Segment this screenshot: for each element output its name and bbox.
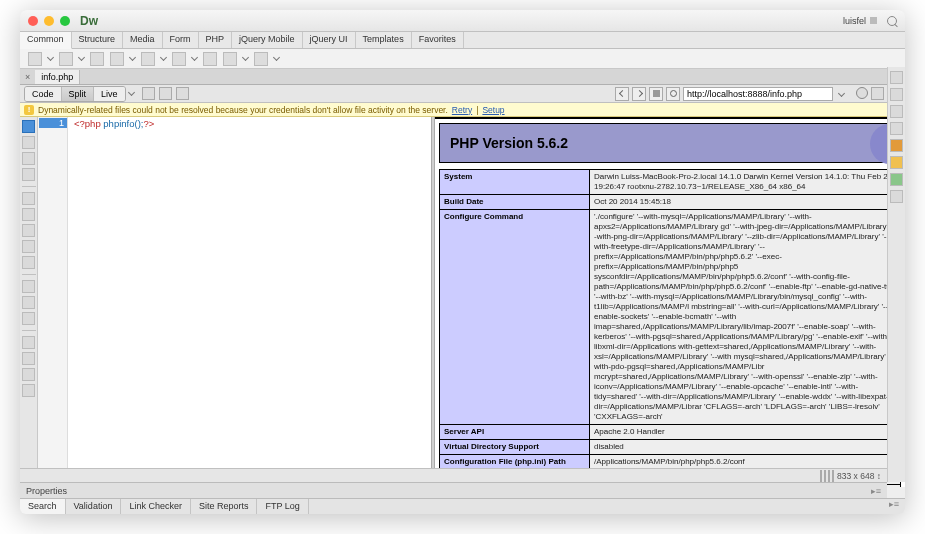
document-tab[interactable]: info.php bbox=[35, 70, 80, 84]
device-icon[interactable] bbox=[820, 470, 822, 482]
panel-icon[interactable] bbox=[890, 173, 903, 186]
tool-icon[interactable] bbox=[22, 384, 35, 397]
device-icon[interactable] bbox=[832, 470, 834, 482]
insert-item-icon[interactable] bbox=[172, 52, 186, 66]
insert-tab-favorites[interactable]: Favorites bbox=[412, 32, 464, 48]
address-bar[interactable]: http://localhost:8888/info.php bbox=[683, 87, 833, 101]
insert-tab-templates[interactable]: Templates bbox=[356, 32, 412, 48]
expand-icon[interactable]: ▸≡ bbox=[871, 486, 881, 496]
tool-icon[interactable] bbox=[22, 168, 35, 181]
tool-icon[interactable] bbox=[22, 208, 35, 221]
tool-icon[interactable] bbox=[22, 296, 35, 309]
line-number: 1 bbox=[39, 118, 67, 128]
tool-icon[interactable] bbox=[22, 368, 35, 381]
toolbar-icon[interactable] bbox=[142, 87, 155, 100]
window-titlebar: Dw luisfel bbox=[20, 10, 905, 32]
bottom-tab-ftp-log[interactable]: FTP Log bbox=[257, 499, 308, 514]
toolbar-icon[interactable] bbox=[871, 87, 884, 100]
insert-tab-media[interactable]: Media bbox=[123, 32, 163, 48]
code-editor[interactable]: 1 <?php phpinfo();?> bbox=[38, 117, 431, 487]
code-toolbar bbox=[20, 117, 38, 487]
view-live-button[interactable]: Live bbox=[94, 87, 125, 101]
dropdown-icon[interactable] bbox=[838, 90, 845, 97]
phpinfo-key: Build Date bbox=[440, 195, 590, 210]
tool-icon[interactable] bbox=[22, 352, 35, 365]
table-row: Build DateOct 20 2014 15:45:18 bbox=[440, 195, 901, 210]
dropdown-icon[interactable] bbox=[128, 89, 135, 96]
dropdown-icon[interactable] bbox=[78, 54, 85, 61]
results-panel-tabs: Search Validation Link Checker Site Repo… bbox=[20, 498, 905, 514]
retry-link[interactable]: Retry bbox=[452, 105, 472, 115]
tool-icon[interactable] bbox=[22, 152, 35, 165]
panel-icon[interactable] bbox=[890, 156, 903, 169]
toolbar-icon[interactable] bbox=[176, 87, 189, 100]
bottom-tab-site-reports[interactable]: Site Reports bbox=[191, 499, 258, 514]
tool-icon[interactable] bbox=[22, 224, 35, 237]
view-code-button[interactable]: Code bbox=[25, 87, 62, 101]
panel-icon[interactable] bbox=[890, 190, 903, 203]
live-preview[interactable]: PHP Version 5.6.2 SystemDarwin Luiss-Mac… bbox=[435, 117, 905, 487]
view-split-button[interactable]: Split bbox=[62, 87, 95, 101]
dropdown-icon[interactable] bbox=[47, 54, 54, 61]
status-bar: 833 x 648 ↕ bbox=[20, 468, 887, 482]
phpinfo-value: Apache 2.0 Handler bbox=[590, 425, 901, 440]
nav-forward-button[interactable] bbox=[632, 87, 646, 101]
insert-tab-php[interactable]: PHP bbox=[199, 32, 233, 48]
panel-icon[interactable] bbox=[890, 122, 903, 135]
nav-refresh-button[interactable] bbox=[666, 87, 680, 101]
tool-icon[interactable] bbox=[22, 240, 35, 253]
insert-item-icon[interactable] bbox=[110, 52, 124, 66]
dropdown-icon[interactable] bbox=[273, 54, 280, 61]
tool-icon[interactable] bbox=[22, 136, 35, 149]
dropdown-icon[interactable] bbox=[160, 54, 167, 61]
tool-icon[interactable] bbox=[22, 120, 35, 133]
insert-item-icon[interactable] bbox=[90, 52, 104, 66]
insert-item-icon[interactable] bbox=[59, 52, 73, 66]
expand-icon[interactable]: ▸≡ bbox=[883, 499, 905, 514]
insert-item-icon[interactable] bbox=[223, 52, 237, 66]
panel-icon[interactable] bbox=[890, 105, 903, 118]
minimize-window-button[interactable] bbox=[44, 16, 54, 26]
close-tab-button[interactable]: × bbox=[20, 70, 35, 84]
dropdown-icon[interactable] bbox=[129, 54, 136, 61]
insert-item-icon[interactable] bbox=[254, 52, 268, 66]
document-tabs: × info.php ▾ bbox=[20, 69, 905, 85]
panel-icon[interactable] bbox=[890, 139, 903, 152]
insert-tab-jqui[interactable]: jQuery UI bbox=[303, 32, 356, 48]
tool-icon[interactable] bbox=[22, 192, 35, 205]
properties-label: Properties bbox=[26, 486, 67, 496]
toolbar-icon[interactable] bbox=[159, 87, 172, 100]
dropdown-icon[interactable] bbox=[242, 54, 249, 61]
zoom-window-button[interactable] bbox=[60, 16, 70, 26]
insert-tab-structure[interactable]: Structure bbox=[72, 32, 124, 48]
tool-icon[interactable] bbox=[22, 336, 35, 349]
tool-icon[interactable] bbox=[22, 312, 35, 325]
workspace-switcher[interactable]: luisfel bbox=[843, 16, 897, 26]
code-line: <?php phpinfo();?> bbox=[74, 118, 154, 129]
panel-icon[interactable] bbox=[890, 88, 903, 101]
properties-panel[interactable]: Properties ▸≡ bbox=[20, 482, 887, 498]
dropdown-icon[interactable] bbox=[191, 54, 198, 61]
nav-back-button[interactable] bbox=[615, 87, 629, 101]
device-icon[interactable] bbox=[824, 470, 826, 482]
panel-icon[interactable] bbox=[890, 71, 903, 84]
insert-tab-form[interactable]: Form bbox=[163, 32, 199, 48]
tool-icon[interactable] bbox=[22, 256, 35, 269]
bottom-tab-validation[interactable]: Validation bbox=[66, 499, 122, 514]
insert-row bbox=[20, 49, 905, 69]
nav-home-button[interactable] bbox=[649, 87, 663, 101]
insert-item-icon[interactable] bbox=[141, 52, 155, 66]
bottom-tab-search[interactable]: Search bbox=[20, 499, 66, 514]
close-window-button[interactable] bbox=[28, 16, 38, 26]
device-icon[interactable] bbox=[828, 470, 830, 482]
insert-tab-common[interactable]: Common bbox=[20, 32, 72, 49]
setup-link[interactable]: Setup bbox=[482, 105, 504, 115]
tool-icon[interactable] bbox=[22, 280, 35, 293]
insert-item-icon[interactable] bbox=[28, 52, 42, 66]
insert-tab-jqmobile[interactable]: jQuery Mobile bbox=[232, 32, 303, 48]
bottom-tab-link-checker[interactable]: Link Checker bbox=[121, 499, 191, 514]
search-icon[interactable] bbox=[887, 16, 897, 26]
phpinfo-table: SystemDarwin Luiss-MacBook-Pro-2.local 1… bbox=[439, 169, 901, 487]
globe-icon[interactable] bbox=[856, 87, 868, 99]
insert-item-icon[interactable] bbox=[203, 52, 217, 66]
